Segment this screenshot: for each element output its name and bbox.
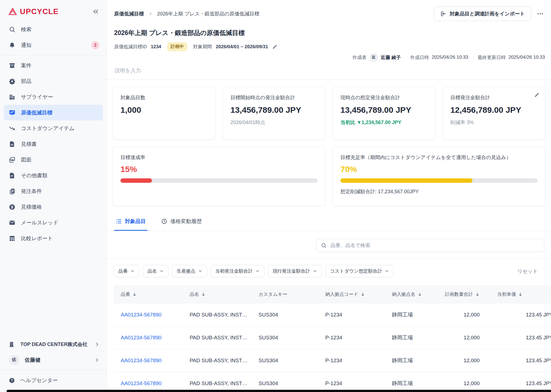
sidebar: UPCYCLE 検索 通知 2 案件 部品 サプライヤー 原価低減目標 コストダ… bbox=[0, 0, 107, 392]
column-header-part-name[interactable]: 品名 bbox=[182, 285, 251, 304]
import-icon bbox=[440, 11, 446, 17]
cell-part-no[interactable]: AA01234-567890 bbox=[114, 304, 182, 326]
cell-unit-price: 123.45 JPY bbox=[490, 373, 551, 392]
sidebar-item-quotations[interactable]: 見積書 bbox=[0, 136, 107, 152]
kpi-cards-row: 対象品目数 1,000 目標開始時点の発注金額合計 13,456,789.00 … bbox=[112, 87, 545, 140]
chevron-down-icon bbox=[313, 269, 317, 273]
cell-custom-key: SUS304 bbox=[251, 327, 318, 348]
cell-part-name: PAD SUB-ASSY, INST… bbox=[182, 304, 251, 326]
column-header-planned-qty[interactable]: 計画数量合計 bbox=[435, 285, 490, 304]
filter-chip-part-no[interactable]: 品番 bbox=[114, 265, 139, 277]
chevron-down-icon bbox=[130, 269, 135, 273]
import-button[interactable]: 対象品目と調達計画をインポート bbox=[434, 7, 531, 21]
creator-avatar: 近 bbox=[369, 53, 378, 62]
tab-price-history[interactable]: 価格変動履歴 bbox=[160, 216, 203, 231]
sidebar-item-notifications[interactable]: 通知 2 bbox=[0, 37, 107, 53]
updated-at-value: 2025/04/26 10:33 bbox=[509, 55, 545, 60]
tab-target-items[interactable]: 対象品目 bbox=[114, 216, 147, 231]
table-search-input[interactable] bbox=[330, 242, 540, 249]
sidebar-company-switcher[interactable]: TOP DEAD CENTER株式会社 bbox=[0, 336, 107, 352]
sidebar-item-other-documents[interactable]: その他書類 bbox=[0, 168, 107, 183]
sidebar-item-costdown-items[interactable]: コストダウンアイテム bbox=[0, 120, 107, 136]
cell-unit-price: 123.45 JPY bbox=[490, 350, 551, 371]
progress-bar-fill bbox=[120, 178, 152, 183]
sidebar-item-drawings[interactable]: 図面 bbox=[0, 152, 107, 168]
items-table: 品番 品名 カスタムキー 納入拠点コード 納入拠点名 計画数量合計 bbox=[114, 285, 551, 392]
progress-label: 目標充足率（期間内にコストダウンアイテムを全て適用した場合の見込み） bbox=[340, 154, 537, 161]
column-header-site-name[interactable]: 納入拠点名 bbox=[385, 285, 435, 304]
yen-circle-icon bbox=[9, 204, 15, 210]
chevron-down-icon bbox=[385, 269, 389, 273]
target-id-value: 1234 bbox=[151, 44, 161, 50]
avatar: 佐 bbox=[9, 355, 19, 365]
sidebar-item-search[interactable]: 検索 bbox=[0, 22, 107, 37]
edit-target-pencil-icon[interactable] bbox=[534, 92, 540, 98]
sidebar-item-label: 案件 bbox=[21, 62, 31, 69]
table-row[interactable]: AA01234-567890 PAD SUB-ASSY, INST… SUS30… bbox=[114, 372, 551, 392]
table-row[interactable]: AA01234-567890 PAD SUB-ASSY, INST… SUS30… bbox=[114, 326, 551, 349]
filter-chip-initial-order-total[interactable]: 当初発注金額合計 bbox=[211, 265, 264, 277]
filter-chip-part-name[interactable]: 品名 bbox=[143, 265, 168, 277]
sidebar-user-menu[interactable]: 佐 佐藤健 bbox=[0, 352, 107, 368]
column-header-site-code[interactable]: 納入拠点コード bbox=[318, 285, 385, 304]
target-id-label: 原価低減目標ID bbox=[114, 44, 147, 50]
kpi-card-start-order-total: 目標開始時点の発注金額合計 13,456,789.00 JPY 2026/04/… bbox=[222, 87, 326, 140]
sidebar-item-label: 原価低減目標 bbox=[21, 109, 52, 116]
column-header-part-no[interactable]: 品番 bbox=[114, 285, 182, 304]
sidebar-collapse-button[interactable] bbox=[92, 8, 99, 15]
cell-site-code: P-1234 bbox=[318, 327, 385, 348]
filter-chip-production-site[interactable]: 生産拠点 bbox=[172, 265, 207, 277]
logo-row: UPCYCLE bbox=[0, 5, 107, 18]
search-icon bbox=[321, 243, 327, 248]
column-header-unit-price[interactable]: 当初単価 bbox=[490, 285, 551, 304]
column-header-custom-key[interactable]: カスタムキー bbox=[251, 285, 318, 304]
cell-part-no[interactable]: AA01234-567890 bbox=[114, 327, 182, 348]
table-row[interactable]: AA01234-567890 PAD SUB-ASSY, INST… SUS30… bbox=[114, 304, 551, 326]
sort-arrow-icon bbox=[361, 292, 365, 297]
table-search-box[interactable] bbox=[316, 239, 544, 252]
kpi-subtext: 2026/04/01時点 bbox=[230, 119, 318, 126]
cell-custom-key: SUS304 bbox=[251, 373, 318, 392]
creator-label: 作成者 bbox=[353, 54, 367, 61]
sidebar-item-cost-reduction-targets[interactable]: 原価低減目標 bbox=[4, 105, 103, 120]
sort-arrow-icon bbox=[418, 292, 422, 297]
cell-part-no[interactable]: AA01234-567890 bbox=[114, 350, 182, 371]
cell-part-no[interactable]: AA01234-567890 bbox=[114, 373, 182, 392]
sidebar-item-help-center[interactable]: ヘルプセンター bbox=[0, 372, 107, 388]
reset-filters-link[interactable]: リセット bbox=[517, 268, 544, 275]
more-menu-button[interactable] bbox=[537, 10, 544, 17]
chevron-down-icon bbox=[256, 269, 260, 273]
progress-label: 目標達成率 bbox=[120, 154, 318, 161]
cell-planned-qty: 12,000 bbox=[435, 327, 490, 348]
edit-period-pencil-icon[interactable] bbox=[272, 44, 278, 49]
breadcrumb-current: 2026年上期 プレス・鍛造部品の原価低減目標 bbox=[157, 10, 259, 17]
sidebar-item-comparison-reports[interactable]: 比較レポート bbox=[0, 230, 107, 246]
progress-value: 70% bbox=[340, 165, 537, 174]
search-icon bbox=[9, 26, 15, 33]
breadcrumb-root[interactable]: 原価低減目標 bbox=[114, 10, 144, 17]
sidebar-item-cases[interactable]: 案件 bbox=[0, 58, 107, 73]
filter-chip-current-order-total[interactable]: 現行発注金額合計 bbox=[268, 265, 322, 277]
breadcrumb: 原価低減目標 2026年上期 プレス・鍛造部品の原価低減目標 bbox=[114, 10, 259, 17]
sidebar-item-parts[interactable]: 部品 bbox=[0, 73, 107, 89]
sidebar-spacer bbox=[0, 246, 107, 336]
tabs: 対象品目 価格変動履歴 bbox=[107, 216, 551, 231]
table-row[interactable]: AA01234-567890 PAD SUB-ASSY, INST… SUS30… bbox=[114, 349, 551, 372]
updated-at-label: 最終更新日時 bbox=[478, 54, 506, 61]
kpi-label: 対象品目数 bbox=[120, 94, 208, 101]
filters-divider bbox=[107, 259, 551, 259]
sidebar-item-label: 検索 bbox=[21, 26, 31, 33]
window-bottom-edge bbox=[7, 390, 551, 392]
sidebar-item-suppliers[interactable]: サプライヤー bbox=[0, 89, 107, 105]
document-text-icon bbox=[9, 172, 15, 179]
kpi-card-target-order-total: 目標発注金額合計 12,456,789.00 JPY 削減率 3% bbox=[442, 87, 545, 140]
cell-unit-price: 123.45 JPY bbox=[490, 304, 551, 326]
cell-planned-qty: 12,000 bbox=[435, 373, 490, 392]
sidebar-item-quote-prices[interactable]: 見積価格 bbox=[0, 199, 107, 215]
sidebar-item-order-conditions[interactable]: 発注条件 bbox=[0, 183, 107, 199]
description-input[interactable] bbox=[114, 67, 362, 74]
cell-custom-key: SUS304 bbox=[251, 350, 318, 371]
filter-chip-costdown-estimate-total[interactable]: コストダウン想定額合計 bbox=[325, 265, 394, 277]
cell-site-name: 静岡工場 bbox=[385, 349, 435, 372]
sidebar-item-mail-threads[interactable]: メールスレッド bbox=[0, 215, 107, 230]
